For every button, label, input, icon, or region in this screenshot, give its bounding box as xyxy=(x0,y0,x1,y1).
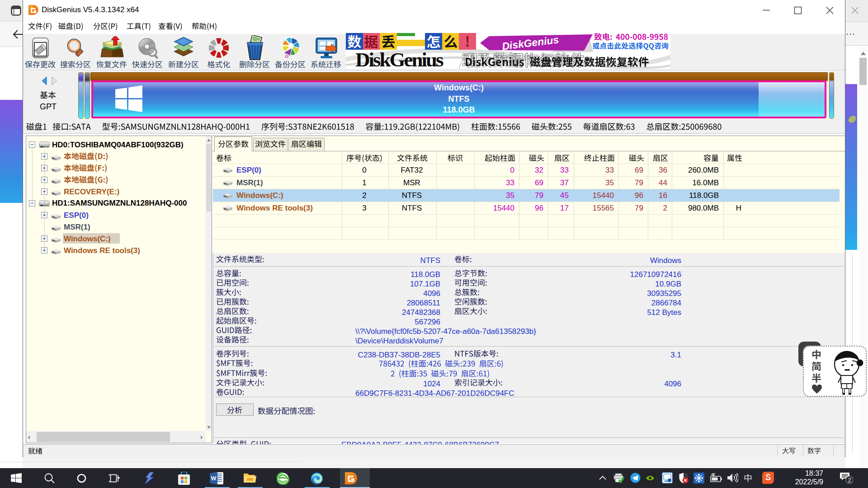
svg-text:2: 2 xyxy=(848,477,851,483)
